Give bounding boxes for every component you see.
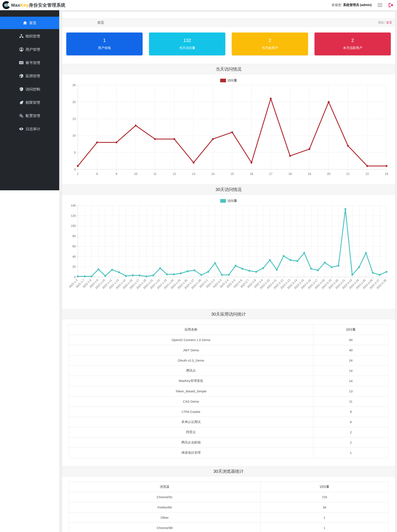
sidebar-item-accounts[interactable]: 账号管理 [0, 56, 59, 69]
sidebar-item-users[interactable]: 用户管理 [0, 43, 59, 56]
table-row: MaxKey管理系统14 [69, 376, 388, 386]
table-row: Token_Based_Simple13 [69, 386, 388, 396]
svg-text:120: 120 [71, 214, 76, 217]
column-header-app-name: 应用名称 [69, 325, 313, 335]
svg-text:17: 17 [269, 172, 273, 176]
app-visits-table: 应用名称 访问量 OpenID Connect 1.0 Demo50JWT De… [69, 324, 388, 458]
svg-text:10: 10 [72, 134, 76, 137]
legend-swatch [220, 79, 226, 82]
current-user: 系统管理员 (admin) [343, 3, 372, 7]
table-row: Chrome/981 [69, 523, 388, 532]
panel-month-visits: 30天访问情况 访问量 0204060801001201402022-1-220… [62, 184, 395, 306]
chart-legend[interactable]: 访问量 [67, 199, 390, 203]
svg-text:21: 21 [346, 172, 350, 176]
gears-icon [19, 114, 24, 118]
sidebar-item-apps[interactable]: 应用管理 [0, 70, 59, 82]
panel-today-visits: 当天访问情况 访问量 05101520251891011121314151617… [62, 64, 395, 182]
welcome-text: 欢迎您: 系统管理员 (admin) [332, 3, 372, 7]
sidebar: 首页 组织管理 用户管理 账号管理 应用管理 [0, 10, 59, 532]
month-visits-line-chart: 0204060801001201402022-1-22022-1-72022-1… [67, 203, 390, 302]
chart-legend[interactable]: 访问量 [67, 79, 390, 82]
brand-logo[interactable]: MaxKey身份安全管理系统 [2, 1, 65, 9]
sitemap-icon [19, 34, 24, 38]
maxkey-logo-icon [2, 1, 11, 9]
svg-text:22: 22 [366, 172, 369, 176]
sidebar-item-permissions[interactable]: 权限管理 [0, 96, 59, 109]
table-row: OAuth v2.0_Demo24 [69, 355, 388, 366]
svg-text:15: 15 [230, 172, 234, 176]
svg-text:140: 140 [71, 204, 76, 207]
app-title: MaxKey身份安全管理系统 [11, 2, 65, 8]
column-header-visits: 访问量 [261, 482, 388, 492]
sidebar-menu: 首页 组织管理 用户管理 账号管理 应用管理 [0, 17, 59, 135]
svg-text:100: 100 [71, 224, 76, 228]
stat-card-active-users: 2 本月活跃用户 [315, 32, 391, 55]
svg-text:80: 80 [72, 234, 76, 238]
table-row: Other1 [69, 513, 388, 523]
svg-text:10: 10 [134, 172, 137, 176]
table-row: Firefox/8434 [69, 502, 388, 513]
svg-text:16: 16 [250, 172, 253, 176]
svg-text:20: 20 [72, 265, 76, 268]
svg-text:0: 0 [74, 275, 76, 279]
table-row: OpenID Connect 1.0 Demo50 [69, 335, 388, 345]
column-header-visits: 访问量 [313, 325, 388, 335]
svg-text:8: 8 [96, 172, 98, 176]
svg-text:5: 5 [74, 151, 76, 154]
panel-title-app-stats: 30天应用访问统计 [62, 309, 395, 319]
sidebar-item-config[interactable]: 配置管理 [0, 110, 59, 122]
panel-app-stats: 30天应用访问统计 应用名称 访问量 OpenID Connect 1.0 De… [62, 309, 395, 464]
svg-text:1: 1 [77, 172, 79, 176]
sidebar-item-audit[interactable]: 日志审计 [0, 123, 59, 135]
table-row: Chrome/91725 [69, 492, 388, 502]
table-row: 腾讯云14 [69, 366, 388, 376]
svg-text:23: 23 [385, 172, 388, 176]
svg-text:25: 25 [72, 83, 76, 87]
table-header-row: 浏览器 访问量 [69, 482, 388, 492]
svg-text:18: 18 [288, 172, 292, 176]
table-row: 腾讯企业邮箱2 [69, 438, 388, 448]
svg-text:60: 60 [72, 245, 76, 248]
svg-text:9: 9 [116, 172, 117, 176]
leaf-icon [19, 100, 24, 105]
svg-text:0: 0 [74, 168, 76, 171]
svg-text:11: 11 [154, 172, 157, 176]
breadcrumb-current[interactable]: 首页 [386, 21, 392, 24]
menu-toggle-icon[interactable] [377, 2, 383, 8]
top-header: MaxKey身份安全管理系统 欢迎您: 系统管理员 (admin) [0, 0, 397, 10]
panel-browser-stats: 30天浏览器统计 浏览器 访问量 Chrome/91725Firefox/843… [62, 466, 395, 532]
sidebar-item-home[interactable]: 首页 [0, 17, 59, 29]
column-header-browser: 浏览器 [69, 482, 261, 492]
breadcrumb: 首页 系统/首页 [62, 19, 395, 27]
page-title: 首页 [62, 20, 104, 25]
home-icon [23, 21, 27, 25]
svg-text:20: 20 [327, 172, 330, 176]
panel-title-today-visits: 当天访问情况 [62, 64, 395, 74]
shield-icon [19, 87, 24, 91]
breadcrumb-section[interactable]: 系统 [378, 21, 384, 24]
stat-card-users-online: 1 用户在线 [66, 32, 143, 55]
sidebar-item-org[interactable]: 组织管理 [0, 30, 59, 42]
panel-title-month-visits: 30天访问情况 [62, 184, 395, 195]
main-content: 首页 系统/首页 1 用户在线 132 当天访问量 2 当月新用户 [59, 10, 397, 532]
eye-icon [19, 127, 24, 131]
svg-text:14: 14 [211, 172, 215, 176]
table-row: 禅道项目管理1 [69, 448, 388, 458]
svg-text:12: 12 [173, 172, 176, 176]
svg-text:40: 40 [72, 255, 76, 258]
table-row: 阿里云2 [69, 427, 388, 438]
sidebar-item-access-control[interactable]: 访问控制 [0, 83, 59, 95]
svg-text:20: 20 [72, 100, 76, 104]
browser-visits-table: 浏览器 访问量 Chrome/91725Firefox/8434Other1Ch… [69, 482, 388, 532]
stat-cards-row: 1 用户在线 132 当天访问量 2 当月新用户 2 本月活跃用户 [66, 32, 391, 55]
table-row: 表单认证测试8 [69, 417, 388, 427]
stat-card-new-users: 2 当月新用户 [232, 32, 308, 55]
panel-title-browser-stats: 30天浏览器统计 [62, 466, 395, 476]
today-visits-line-chart: 0510152025189101112131415161718192021222… [67, 83, 390, 178]
logout-icon[interactable] [388, 3, 393, 7]
table-row: JWT Demo40 [69, 345, 388, 355]
table-header-row: 应用名称 访问量 [69, 325, 388, 335]
id-card-icon [19, 61, 24, 65]
user-icon [19, 47, 24, 51]
svg-text:13: 13 [192, 172, 195, 176]
